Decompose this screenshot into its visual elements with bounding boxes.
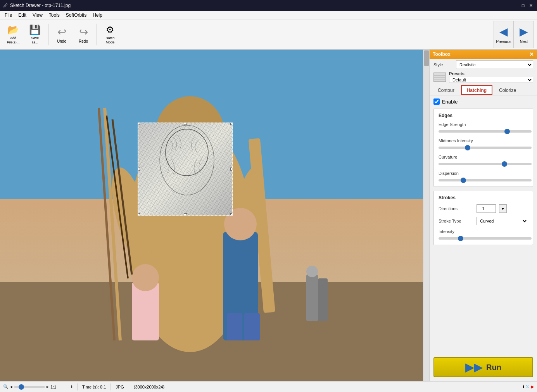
redo-icon: ↪ (79, 26, 88, 38)
edge-strength-slider[interactable] (439, 130, 532, 133)
add-files-button[interactable]: 📂 AddFile(s)... (3, 22, 23, 47)
background-image (0, 50, 423, 381)
toolbar-separator-2 (97, 24, 97, 45)
vertical-scrollbar[interactable] (423, 50, 429, 381)
toolbox-title: Toolbox (433, 52, 451, 57)
dimensions-label: (3000x2000x24) (134, 385, 165, 389)
close-button[interactable]: ✕ (528, 2, 534, 9)
stroke-type-row: Stroke Type Straight Curved Wavy (439, 217, 528, 225)
tab-content-hatching: Enable Edges Edge Strength Midtones Inte… (430, 95, 537, 353)
status-icons: ℹ 𝕏 ▶ (523, 384, 534, 389)
stroke-type-select[interactable]: Straight Curved Wavy (477, 217, 528, 225)
previous-button[interactable]: ◀ Previous (494, 21, 514, 48)
run-section: ▶▶ Run (430, 353, 537, 381)
status-icon-twitter[interactable]: 𝕏 (526, 384, 529, 389)
status-icon-youtube[interactable]: ▶ (531, 384, 534, 389)
undo-button[interactable]: ↩ Undo (52, 22, 72, 47)
directions-label: Directions (439, 206, 473, 211)
save-as-button[interactable]: 💾 Saveas... (25, 22, 45, 47)
menubar: File Edit View Tools SoftOrbits Help (0, 11, 537, 19)
resize-handle-ml[interactable] (138, 168, 140, 171)
previous-arrow-icon: ◀ (499, 25, 508, 38)
intensity-row: Intensity (439, 229, 528, 241)
scroll-thumb-vertical[interactable] (424, 50, 429, 66)
directions-row: Directions ▼ (439, 204, 528, 213)
zoom-slider-left[interactable]: ◂ (10, 384, 12, 389)
enable-checkbox[interactable] (433, 98, 440, 105)
tab-contour-label: Contour (438, 88, 454, 93)
menu-softorbits[interactable]: SoftOrbits (63, 12, 90, 19)
redo-label: Redo (79, 39, 88, 43)
run-button[interactable]: ▶▶ Run (433, 357, 533, 377)
canvas-area[interactable] (0, 50, 429, 381)
bg-person-2 (318, 278, 328, 321)
resize-handle-br[interactable] (230, 213, 233, 216)
resize-handle-bl[interactable] (138, 213, 140, 216)
zoom-level: 1:1 (50, 385, 61, 389)
app-icon: 🖊 (3, 3, 8, 8)
preset-thumbnail (434, 73, 445, 81)
zoom-icon: 🔍 (3, 384, 9, 389)
menu-view[interactable]: View (29, 12, 46, 19)
presets-select[interactable]: Default Preset 1 Preset 2 (449, 77, 533, 83)
resize-handle-tr[interactable] (230, 123, 233, 125)
format-label: JPG (116, 385, 124, 389)
menu-edit[interactable]: Edit (15, 12, 29, 19)
status-icon-info2[interactable]: ℹ (523, 384, 524, 389)
maximize-button[interactable]: □ (520, 2, 526, 9)
resize-handle-bm[interactable] (184, 213, 187, 216)
undo-icon: ↩ (57, 26, 66, 38)
intensity-slider[interactable] (439, 237, 532, 240)
tab-colorize[interactable]: Colorize (493, 85, 522, 95)
curvature-row: Curvature (439, 155, 528, 166)
strokes-section: Strokes Directions ▼ Stroke Type Straigh… (433, 191, 533, 245)
presets-label: Presets (449, 71, 468, 76)
zoom-controls: 🔍 ◂ ▸ 1:1 (3, 384, 61, 389)
next-button[interactable]: ▶ Next (514, 21, 534, 48)
batch-mode-icon: ⚙ (106, 24, 114, 35)
man-leg-right (244, 313, 260, 340)
curvature-slider[interactable] (439, 163, 532, 165)
resize-handle-tl[interactable] (138, 123, 140, 125)
save-as-icon: 💾 (29, 24, 41, 35)
titlebar: 🖊 Sketch Drawer - otp-1711.jpg — □ ✕ (0, 0, 537, 11)
toolbox-header: Toolbox ✕ (430, 50, 537, 59)
edge-strength-label: Edge Strength (439, 122, 528, 127)
tab-hatching[interactable]: Hatching (461, 85, 492, 95)
menu-file[interactable]: File (2, 12, 15, 19)
next-label: Next (520, 40, 528, 44)
curvature-label: Curvature (439, 155, 528, 159)
toolbox-close-button[interactable]: ✕ (529, 51, 534, 57)
menu-tools[interactable]: Tools (46, 12, 63, 19)
resize-handle-tm[interactable] (184, 123, 187, 125)
zoom-slider[interactable] (14, 386, 45, 388)
resize-handle-mr[interactable] (230, 168, 233, 171)
svg-rect-3 (138, 123, 232, 215)
edges-title: Edges (439, 113, 528, 118)
zoom-slider-right[interactable]: ▸ (47, 384, 49, 389)
add-files-label: AddFile(s)... (7, 36, 20, 45)
directions-spinbox[interactable] (477, 204, 496, 213)
sketch-inner (138, 123, 232, 215)
menu-help[interactable]: Help (90, 12, 105, 19)
minimize-button[interactable]: — (512, 2, 518, 9)
run-arrow-icon: ▶▶ (465, 361, 482, 374)
toolbar: 📂 AddFile(s)... 💾 Saveas... ↩ Undo ↪ Red… (0, 19, 537, 50)
sketch-preview-box[interactable] (138, 123, 233, 216)
midtones-intensity-slider[interactable] (439, 147, 532, 149)
tab-contour[interactable]: Contour (432, 85, 460, 95)
window-title: Sketch Drawer - otp-1711.jpg (10, 3, 71, 8)
batch-mode-button[interactable]: ⚙ BatchMode (100, 22, 120, 47)
batch-mode-label: BatchMode (105, 36, 114, 45)
style-select[interactable]: Realistic Default Sketch Pencil (456, 60, 533, 69)
redo-button[interactable]: ↪ Redo (73, 22, 93, 47)
bg-person-1 (306, 275, 318, 321)
directions-down-button[interactable]: ▼ (499, 204, 507, 213)
style-row: Style Realistic Default Sketch Pencil (430, 59, 537, 71)
preset-icon[interactable] (433, 73, 446, 82)
sketch-svg (138, 123, 232, 215)
dispersion-label: Dispersion (439, 171, 528, 176)
style-label: Style (433, 62, 453, 67)
dispersion-slider[interactable] (439, 179, 532, 181)
strokes-title: Strokes (439, 195, 528, 200)
